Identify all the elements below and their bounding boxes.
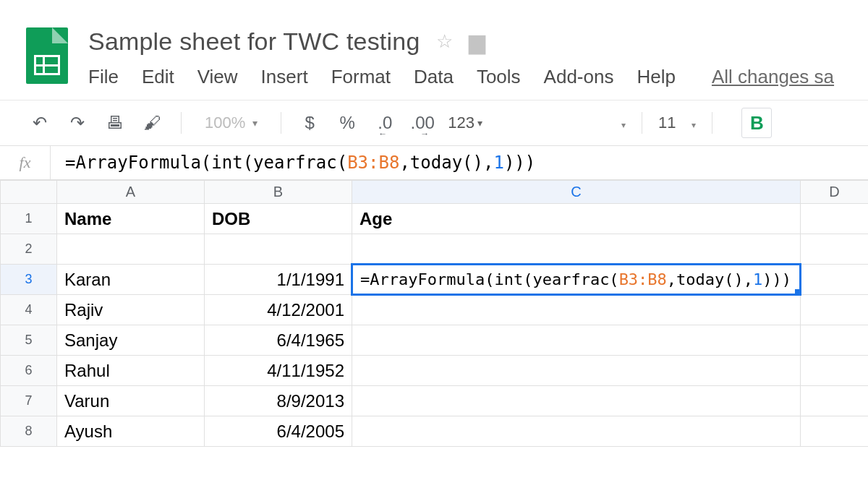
cell-B7[interactable]: 8/9/2013 [205,386,352,416]
col-header-C[interactable]: C [352,181,801,204]
font-controls: 11 [618,112,715,134]
number-format-dropdown[interactable]: 123▾ [448,114,482,132]
paint-format-button[interactable]: 🖌 [140,113,165,133]
row-header[interactable]: 1 [1,204,57,234]
undo-button[interactable]: ↶ [27,113,52,133]
menu-file[interactable]: File [88,66,119,88]
table-row: 4 Rajiv 4/12/2001 [1,295,869,325]
cell-D7[interactable] [801,386,869,416]
column-header-row: A B C D [1,181,869,204]
title-row: Sample sheet for TWC testing ☆ ▆ [88,27,834,56]
cell-B6[interactable]: 4/11/1952 [205,356,352,386]
cell-C4[interactable] [352,295,801,325]
cell-D4[interactable] [801,295,869,325]
document-title[interactable]: Sample sheet for TWC testing [88,27,420,56]
col-header-B[interactable]: B [205,181,352,204]
cell-A8[interactable]: Ayush [57,416,205,447]
menu-data[interactable]: Data [414,66,454,88]
toolbar-separator [281,112,281,134]
spreadsheet-grid[interactable]: A B C D 1 Name DOB Age 2 3 Karan 1/1/199… [0,180,868,447]
font-size-input[interactable]: 11 [658,114,676,132]
menu-addons[interactable]: Add-ons [544,66,614,88]
redo-button[interactable]: ↷ [65,113,90,133]
currency-button[interactable]: $ [297,113,322,133]
table-row: 1 Name DOB Age [1,204,869,234]
bold-button[interactable]: B [741,108,772,138]
cell-B8[interactable]: 6/4/2005 [205,416,352,447]
menu-view[interactable]: View [197,66,238,88]
toolbar-separator [181,112,182,134]
cell-C3-active[interactable]: =ArrayFormula(int(yearfrac(B3:B8,today()… [352,265,801,295]
cell-B4[interactable]: 4/12/2001 [205,295,352,325]
cell-D6[interactable] [801,356,869,386]
formula-input[interactable]: =ArrayFormula(int(yearfrac(B3:B8,today()… [51,153,868,173]
col-header-A[interactable]: A [57,181,205,204]
print-button[interactable]: 🖶 [103,113,127,133]
cell-editor[interactable]: =ArrayFormula(int(yearfrac(B3:B8,today()… [351,263,801,296]
table-row: 6 Rahul 4/11/1952 [1,356,869,386]
menu-bar: File Edit View Insert Format Data Tools … [88,66,834,88]
table-row: 7 Varun 8/9/2013 [1,386,869,416]
row-header[interactable]: 8 [1,416,57,447]
table-row: 5 Sanjay 6/4/1965 [1,325,869,356]
doc-header: Sample sheet for TWC testing ☆ ▆ File Ed… [0,0,868,88]
star-icon[interactable]: ☆ [436,30,453,53]
menu-format[interactable]: Format [331,66,391,88]
table-row: 3 Karan 1/1/1991 =ArrayFormula(int(yearf… [1,265,869,295]
toolbar-separator [642,112,642,134]
cell-A4[interactable]: Rajiv [57,295,205,325]
zoom-dropdown[interactable]: 100% [205,114,258,132]
menu-insert[interactable]: Insert [261,66,308,88]
cell-D5[interactable] [801,325,869,356]
cell-A7[interactable]: Varun [57,386,205,416]
cell-B2[interactable] [205,234,352,265]
toolbar: ↶ ↷ 🖶 🖌 100% $ % .0← .00→ 123▾ 11 B [0,100,868,145]
row-header[interactable]: 5 [1,325,57,356]
toolbar-separator [712,112,712,134]
select-all-corner[interactable] [1,181,57,204]
table-row: 8 Ayush 6/4/2005 [1,416,869,447]
cell-C8[interactable] [352,416,801,447]
font-size-dropdown[interactable] [689,114,696,132]
cell-C7[interactable] [352,386,801,416]
title-block: Sample sheet for TWC testing ☆ ▆ File Ed… [88,27,834,88]
row-header[interactable]: 7 [1,386,57,416]
cell-A2[interactable] [57,234,205,265]
menu-help[interactable]: Help [637,66,675,88]
folder-icon[interactable]: ▆ [469,29,485,54]
decrease-decimal-button[interactable]: .0← [373,113,397,133]
cell-B5[interactable]: 6/4/1965 [205,325,352,356]
sheets-logo-icon[interactable] [26,27,68,84]
cell-C1[interactable]: Age [352,204,801,234]
cell-D2[interactable] [801,234,869,265]
row-header[interactable]: 6 [1,356,57,386]
save-status[interactable]: All changes sa [712,66,834,88]
col-header-D[interactable]: D [801,181,869,204]
table-row: 2 [1,234,869,265]
cell-A5[interactable]: Sanjay [57,325,205,356]
fx-icon[interactable]: fx [0,145,51,180]
cell-C5[interactable] [352,325,801,356]
cell-B3[interactable]: 1/1/1991 [205,265,352,295]
increase-decimal-button[interactable]: .00→ [410,113,435,133]
cell-D3[interactable] [801,265,869,295]
menu-tools[interactable]: Tools [477,66,521,88]
cell-A1[interactable]: Name [57,204,205,234]
menu-edit[interactable]: Edit [142,66,174,88]
cell-D1[interactable] [801,204,869,234]
font-family-dropdown[interactable] [618,114,626,132]
cell-B1[interactable]: DOB [205,204,352,234]
row-header[interactable]: 2 [1,234,57,265]
cell-A3[interactable]: Karan [57,265,205,295]
percent-button[interactable]: % [335,113,359,133]
row-header[interactable]: 3 [1,265,57,295]
cell-C6[interactable] [352,356,801,386]
row-header[interactable]: 4 [1,295,57,325]
cell-C2[interactable] [352,234,801,265]
cell-D8[interactable] [801,416,869,447]
cell-A6[interactable]: Rahul [57,356,205,386]
formula-bar: fx =ArrayFormula(int(yearfrac(B3:B8,toda… [0,145,868,180]
